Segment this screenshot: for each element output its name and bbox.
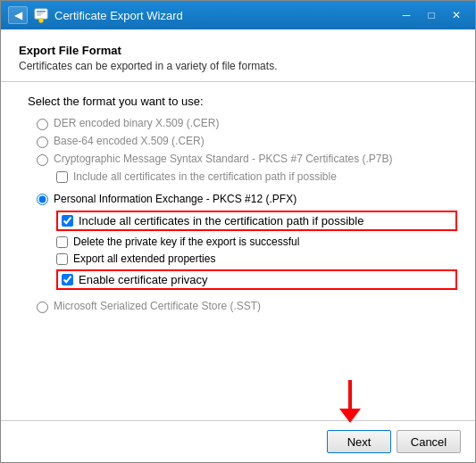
format-base64[interactable]: Base-64 encoded X.509 (.CER) xyxy=(37,135,457,148)
radio-der[interactable] xyxy=(37,119,48,130)
svg-rect-3 xyxy=(37,15,41,16)
pfx-option-delete-key[interactable]: Delete the private key if the export is … xyxy=(56,236,457,248)
certificate-icon xyxy=(33,7,49,23)
svg-point-4 xyxy=(39,19,44,23)
label-pkcs7-include: Include all certificates in the certific… xyxy=(73,170,337,183)
title-controls: ─ □ ✕ xyxy=(395,6,468,24)
checkbox-export-props[interactable] xyxy=(56,253,68,265)
cancel-button[interactable]: Cancel xyxy=(397,430,461,453)
checkbox-enable-privacy[interactable] xyxy=(62,274,73,285)
label-include-certs: Include all certificates in the certific… xyxy=(79,214,363,227)
minimize-button[interactable]: ─ xyxy=(395,6,418,24)
arrow-indicator xyxy=(330,376,370,428)
format-ms-store[interactable]: Microsoft Serialized Certificate Store (… xyxy=(37,300,457,313)
format-pfx[interactable]: Personal Information Exchange - PKCS #12… xyxy=(37,193,457,205)
label-enable-privacy: Enable certificate privacy xyxy=(79,273,208,286)
window: ◀ Certificate Export Wizard ─ □ ✕ Export… xyxy=(0,0,476,463)
label-pkcs7: Cryptographic Message Syntax Standard - … xyxy=(54,153,393,165)
pfx-option-include-certs-wrapper: Include all certificates in the certific… xyxy=(56,211,457,231)
label-ms-store: Microsoft Serialized Certificate Store (… xyxy=(54,300,261,312)
header-title: Export File Format xyxy=(19,44,457,57)
label-delete-key: Delete the private key if the export is … xyxy=(73,236,299,248)
pkcs7-include-certs[interactable]: Include all certificates in the certific… xyxy=(56,170,457,183)
checkbox-delete-key[interactable] xyxy=(56,236,68,248)
back-button[interactable]: ◀ xyxy=(8,6,28,24)
content-area: Export File Format Certificates can be e… xyxy=(1,29,475,462)
format-pkcs7[interactable]: Cryptographic Message Syntax Standard - … xyxy=(37,153,457,166)
svg-marker-6 xyxy=(339,409,361,423)
pfx-section: Personal Information Exchange - PKCS #12… xyxy=(37,193,457,290)
format-list: DER encoded binary X.509 (.CER) Base-64 … xyxy=(37,117,457,313)
close-button[interactable]: ✕ xyxy=(445,6,468,24)
label-pfx: Personal Information Exchange - PKCS #12… xyxy=(54,193,296,205)
svg-rect-2 xyxy=(37,13,43,14)
pfx-options: Include all certificates in the certific… xyxy=(56,211,457,290)
label-export-props: Export all extended properties xyxy=(73,252,215,265)
radio-pkcs7[interactable] xyxy=(37,154,48,166)
title-bar: ◀ Certificate Export Wizard ─ □ ✕ xyxy=(1,1,475,29)
label-base64: Base-64 encoded X.509 (.CER) xyxy=(54,135,205,147)
pfx-option-export-props[interactable]: Export all extended properties xyxy=(56,252,457,265)
radio-base64[interactable] xyxy=(37,136,48,148)
main-content: Select the format you want to use: DER e… xyxy=(1,82,475,420)
maximize-button[interactable]: □ xyxy=(420,6,443,24)
header-section: Export File Format Certificates can be e… xyxy=(1,29,475,82)
checkbox-include-certs[interactable] xyxy=(62,215,73,227)
header-description: Certificates can be exported in a variet… xyxy=(19,60,457,72)
format-der[interactable]: DER encoded binary X.509 (.CER) xyxy=(37,117,457,130)
radio-ms-store[interactable] xyxy=(37,302,48,313)
pfx-option-enable-privacy-wrapper: Enable certificate privacy xyxy=(56,269,457,290)
radio-pfx[interactable] xyxy=(37,194,48,205)
footer-section: Next Cancel xyxy=(1,420,475,462)
window-title: Certificate Export Wizard xyxy=(54,9,395,22)
section-label: Select the format you want to use: xyxy=(28,95,457,108)
svg-rect-1 xyxy=(37,11,46,12)
pkcs7-sub-options: Include all certificates in the certific… xyxy=(56,170,457,183)
checkbox-pkcs7-include[interactable] xyxy=(56,171,68,183)
arrow-svg xyxy=(330,376,370,426)
label-der: DER encoded binary X.509 (.CER) xyxy=(54,117,219,129)
next-button[interactable]: Next xyxy=(327,430,391,453)
